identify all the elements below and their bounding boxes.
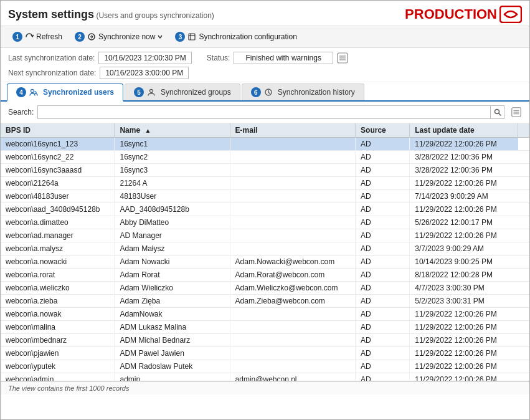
col-header-email[interactable]: E-mail xyxy=(230,123,355,138)
cell-bpsid: webcon\16sync2_22 xyxy=(1,151,115,164)
sync-config-button[interactable]: 3 Synchronization configuration xyxy=(169,29,302,44)
sync-config-badge: 3 xyxy=(175,32,185,42)
col-header-bpsid[interactable]: BPS ID xyxy=(1,123,115,138)
cell-email xyxy=(230,164,355,177)
search-button[interactable] xyxy=(490,105,504,119)
cell-lastupdate: 11/29/2022 12:00:26 PM xyxy=(410,229,518,242)
cell-source: AD xyxy=(356,203,410,216)
cell-email: Adam.Rorat@webcon.com xyxy=(230,269,355,282)
production-icon xyxy=(499,6,522,23)
cell-source: AD xyxy=(356,334,410,347)
refresh-label: Refresh xyxy=(36,32,62,41)
cell-source: AD xyxy=(356,229,410,242)
users-table: BPS ID Name ▲ E-mail Source Last update … xyxy=(1,123,529,381)
cell-lastupdate: 5/2/2023 3:00:31 PM xyxy=(410,295,518,308)
footer-note: The view contains the first 1000 records xyxy=(1,381,529,394)
sync-config-label: Synchronization configuration xyxy=(199,32,296,41)
table-row[interactable]: webcon\16sync3aaasd16sync3AD3/28/2022 12… xyxy=(1,164,529,177)
status-value: Finished with warnings xyxy=(234,52,333,64)
sync-dates-row: Last synchronization date: 10/16/2023 12… xyxy=(8,52,522,64)
next-sync-label: Next synchronization date: xyxy=(8,69,96,77)
table-row[interactable]: webcon\yputekADM Radoslaw PutekAD11/29/2… xyxy=(1,360,529,373)
cell-bpsid: webcon\yputek xyxy=(1,360,115,373)
tabs-container: 4 Synchronized users 5 Synchronized grou… xyxy=(1,84,529,102)
cell-lastupdate: 7/14/2023 9:00:29 AM xyxy=(410,190,518,203)
cell-lastupdate: 11/29/2022 12:00:26 PM xyxy=(410,177,518,190)
table-row[interactable]: webcon\16sync2_2216sync2AD3/28/2022 12:0… xyxy=(1,151,529,164)
col-header-source[interactable]: Source xyxy=(356,123,410,138)
cell-name: Adam Wieliczko xyxy=(115,282,230,295)
table-row[interactable]: webcon\a.malyszAdam MałyszAD3/7/2023 9:0… xyxy=(1,242,529,255)
cell-lastupdate: 11/29/2022 12:00:26 PM xyxy=(410,138,518,151)
cell-name: AdamNowak xyxy=(115,308,230,321)
cell-bpsid: webcon\21264a xyxy=(1,177,115,190)
table-row[interactable]: webcon\a.dimatteoAbby DiMatteoAD5/26/202… xyxy=(1,216,529,229)
toolbar: 1 Refresh 2 Synchronize now 3 Synchroniz… xyxy=(1,26,529,48)
col-header-name[interactable]: Name ▲ xyxy=(115,123,230,138)
cell-email: Adam.Wieliczko@webcon.com xyxy=(230,282,355,295)
cell-bpsid: webcon\a.dimatteo xyxy=(1,216,115,229)
cell-bpsid: webcon\16sync3aaasd xyxy=(1,164,115,177)
table-row[interactable]: webcon\a.ziebaAdam ZiębaAdam.Zieba@webco… xyxy=(1,295,529,308)
status-options-icon[interactable] xyxy=(337,52,348,64)
last-sync-row: Last synchronization date: 10/16/2023 12… xyxy=(8,52,192,64)
refresh-button[interactable]: 1 Refresh xyxy=(7,29,68,44)
sync-now-badge: 2 xyxy=(75,32,85,42)
cell-source: AD xyxy=(356,360,410,373)
table-row[interactable]: webcon\aad_3408d945128bAAD_3408d945128bA… xyxy=(1,203,529,216)
cell-bpsid: webcon\aad_3408d945128b xyxy=(1,203,115,216)
tab-synchronized-groups[interactable]: 5 Synchronized groups xyxy=(125,84,240,100)
cell-email xyxy=(230,138,355,151)
table-options-icon[interactable] xyxy=(511,107,522,118)
cell-lastupdate: 11/29/2022 12:00:26 PM xyxy=(410,347,518,360)
table-row[interactable]: webcon\malinaADM Lukasz MalinaAD11/29/20… xyxy=(1,321,529,334)
cell-email: Adam.Nowacki@webcon.com xyxy=(230,255,355,269)
table-row[interactable]: webcon\mbednarzADM Michal BednarzAD11/29… xyxy=(1,334,529,347)
table-row[interactable]: webcon\48183user48183UserAD7/14/2023 9:0… xyxy=(1,190,529,203)
cell-email xyxy=(230,360,355,373)
cell-name: AD Manager xyxy=(115,229,230,242)
tab-groups-label: Synchronized groups xyxy=(161,88,231,97)
table-row[interactable]: webcon\pjawienADM Pawel JawienAD11/29/20… xyxy=(1,347,529,360)
svg-point-12 xyxy=(495,110,499,114)
search-input[interactable] xyxy=(38,107,490,118)
tab-synchronization-history[interactable]: 6 Synchronization history xyxy=(242,84,364,100)
cell-bpsid: webcon\48183user xyxy=(1,190,115,203)
production-label: PRODUCTION xyxy=(405,6,522,23)
table-row[interactable]: webcon\a.nowackiAdam NowackiAdam.Nowacki… xyxy=(1,255,529,269)
table-row[interactable]: webcon\ad.managerAD ManagerAD11/29/2022 … xyxy=(1,229,529,242)
cell-bpsid: webcon\a.zieba xyxy=(1,295,115,308)
cell-bpsid: webcon\malina xyxy=(1,321,115,334)
tab-users-badge: 4 xyxy=(16,87,26,97)
cell-source: AD xyxy=(356,138,410,151)
cell-name: AAD_3408d945128b xyxy=(115,203,230,216)
tab-history-badge: 6 xyxy=(251,87,261,97)
sync-info-block: Last synchronization date: 10/16/2023 12… xyxy=(1,48,529,82)
cell-lastupdate: 3/28/2022 12:00:36 PM xyxy=(410,151,518,164)
table-row[interactable]: webcon\a.wieliczkoAdam WieliczkoAdam.Wie… xyxy=(1,282,529,295)
cell-lastupdate: 10/14/2023 9:00:25 PM xyxy=(410,255,518,269)
tab-synchronized-users[interactable]: 4 Synchronized users xyxy=(7,84,123,102)
cell-name: Abby DiMatteo xyxy=(115,216,230,229)
table-row[interactable]: webcon\a.nowakAdamNowakAD11/29/2022 12:0… xyxy=(1,308,529,321)
table-row[interactable]: webcon\a.roratAdam RoratAdam.Rorat@webco… xyxy=(1,269,529,282)
table-row[interactable]: webcon\16sync1_12316sync1AD11/29/2022 12… xyxy=(1,138,529,151)
cell-name: Adam Zięba xyxy=(115,295,230,308)
col-header-lastupdate[interactable]: Last update date xyxy=(410,123,518,138)
users-tab-icon xyxy=(29,88,38,96)
table-row[interactable]: webcon\21264a21264 AAD11/29/2022 12:00:2… xyxy=(1,177,529,190)
table-row[interactable]: webcon\adminadminadmin@webcon.plAD11/29/… xyxy=(1,373,529,382)
cell-source: AD xyxy=(356,295,410,308)
sync-now-button[interactable]: 2 Synchronize now xyxy=(69,29,168,44)
sync-now-label: Synchronize now xyxy=(98,32,155,41)
cell-lastupdate: 8/18/2022 12:00:28 PM xyxy=(410,269,518,282)
cell-source: AD xyxy=(356,321,410,334)
svg-point-9 xyxy=(31,90,34,93)
cell-bpsid: webcon\admin xyxy=(1,373,115,382)
cell-email xyxy=(230,334,355,347)
cell-name: 16sync1 xyxy=(115,138,230,151)
page-title: System settings xyxy=(8,8,94,21)
cell-lastupdate: 11/29/2022 12:00:26 PM xyxy=(410,321,518,334)
svg-rect-0 xyxy=(500,6,521,22)
cell-name: Adam Nowacki xyxy=(115,255,230,269)
